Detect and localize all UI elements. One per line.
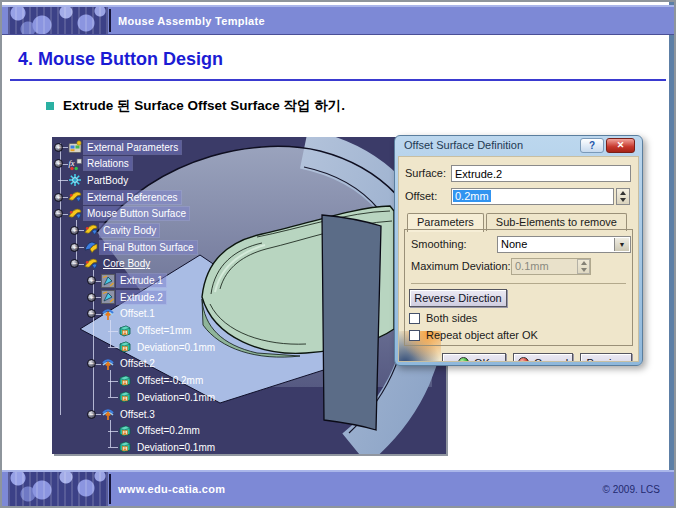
tree-connector bbox=[58, 180, 68, 181]
offset-spinner[interactable] bbox=[616, 188, 630, 205]
chevron-down-icon[interactable]: ▼ bbox=[614, 238, 629, 251]
tree-item-label[interactable]: Extrude.1 bbox=[117, 274, 166, 287]
footer-url[interactable]: www.edu-catia.com bbox=[118, 472, 225, 506]
tree-item[interactable]: −Offset.1 bbox=[52, 306, 282, 323]
tree-item[interactable]: +fxRelations bbox=[52, 156, 282, 173]
tree-item[interactable]: −Offset.3 bbox=[52, 406, 282, 423]
tree-item-label[interactable]: Offset=0.2mm bbox=[134, 424, 203, 437]
both-sides-label: Both sides bbox=[426, 312, 477, 324]
preview-button[interactable]: Preview bbox=[580, 353, 632, 362]
dialog-body: Surface: Offset: 0.2mm Parameters Sub-El… bbox=[398, 156, 639, 362]
max-deviation-spinner bbox=[577, 259, 590, 274]
tree-item-label[interactable]: Offset.3 bbox=[117, 408, 158, 421]
footer-divider bbox=[109, 474, 111, 504]
expand-icon[interactable]: + bbox=[54, 193, 63, 202]
tree-item-label[interactable]: Cavity Body bbox=[100, 224, 159, 237]
geoset-icon bbox=[84, 257, 98, 271]
expand-icon[interactable]: + bbox=[54, 143, 63, 152]
help-button[interactable]: ? bbox=[580, 138, 604, 153]
param-icon bbox=[118, 340, 132, 354]
cancel-icon bbox=[518, 357, 529, 362]
tree-item[interactable]: +External References bbox=[52, 189, 282, 206]
catia-viewport[interactable]: +External Parameters+fxRelationsPartBody… bbox=[52, 137, 446, 454]
tree-item-label[interactable]: External References bbox=[84, 191, 181, 204]
tree-connector bbox=[108, 381, 118, 382]
close-icon[interactable]: ✕ bbox=[606, 138, 635, 153]
tree-item-label[interactable]: Deviation=0.1mm bbox=[134, 341, 218, 354]
ok-icon bbox=[458, 357, 469, 362]
tree-item-label[interactable]: Offset.1 bbox=[117, 307, 158, 320]
offset-surface-dialog: Offset Surface Definition ? ✕ Surface: O… bbox=[394, 135, 643, 366]
tree-item-label[interactable]: Offset=-0.2mm bbox=[134, 374, 206, 387]
tree-item[interactable]: +Final Button Surface bbox=[52, 239, 282, 256]
extrude-icon bbox=[101, 290, 115, 304]
tree-item[interactable]: +External Parameters bbox=[52, 139, 282, 156]
ok-button[interactable]: OK bbox=[442, 353, 506, 362]
tree-item[interactable]: PartBody bbox=[52, 172, 282, 189]
expand-icon[interactable]: + bbox=[87, 293, 96, 302]
cancel-button[interactable]: Cancel bbox=[513, 353, 573, 362]
tree-item-label[interactable]: Offset=1mm bbox=[134, 324, 195, 337]
tree-connector bbox=[108, 447, 118, 448]
geoset-icon bbox=[68, 190, 82, 204]
tree-item[interactable]: +Cavity Body bbox=[52, 222, 282, 239]
geoset-icon bbox=[84, 223, 98, 237]
tree-item[interactable]: −Core Body bbox=[52, 256, 282, 273]
tree-item-label[interactable]: Final Button Surface bbox=[100, 241, 197, 254]
tree-item[interactable]: Deviation=0.1mm bbox=[52, 339, 282, 356]
tree-item[interactable]: −Mouse Button Surface bbox=[52, 206, 282, 223]
tree-item-label[interactable]: Relations bbox=[84, 157, 132, 170]
svg-text:fx: fx bbox=[69, 158, 75, 168]
tree-item[interactable]: Deviation=0.1mm bbox=[52, 389, 282, 406]
support-plane[interactable] bbox=[322, 215, 381, 430]
tree-item[interactable]: −Offset.2 bbox=[52, 356, 282, 373]
tree-item-label[interactable]: Offset.2 bbox=[117, 357, 158, 370]
bullet-text: Extrude 된 Surface Offset Surface 작업 하기. bbox=[63, 97, 345, 115]
page-title: 4. Mouse Button Design bbox=[18, 49, 223, 70]
reverse-direction-button[interactable]: Reverse Direction bbox=[409, 289, 507, 307]
collapse-icon[interactable]: − bbox=[54, 209, 63, 218]
tree-item-label[interactable]: External Parameters bbox=[84, 141, 181, 154]
expand-icon[interactable]: + bbox=[70, 243, 79, 252]
collapse-icon[interactable]: − bbox=[87, 359, 96, 368]
spin-down-icon bbox=[578, 267, 589, 274]
smoothing-label: Smoothing: bbox=[411, 238, 467, 250]
tree-item[interactable]: Offset=-0.2mm bbox=[52, 373, 282, 390]
spec-tree: +External Parameters+fxRelationsPartBody… bbox=[52, 139, 282, 454]
tree-item[interactable]: Offset=0.2mm bbox=[52, 423, 282, 440]
repeat-object-label: Repeat object after OK bbox=[426, 329, 538, 341]
offset-input[interactable]: 0.2mm bbox=[451, 188, 614, 205]
tree-item-label[interactable]: Core Body bbox=[100, 257, 153, 270]
tree-item-label[interactable]: Deviation=0.1mm bbox=[134, 391, 218, 404]
tree-item[interactable]: Deviation=0.1mm bbox=[52, 439, 282, 454]
tree-item-label[interactable]: PartBody bbox=[84, 174, 131, 187]
tree-item[interactable]: +Extrude.1 bbox=[52, 273, 282, 290]
title-rule bbox=[10, 79, 666, 81]
surface-label: Surface: bbox=[405, 167, 446, 179]
collapse-icon[interactable]: − bbox=[87, 410, 96, 419]
expand-icon[interactable]: + bbox=[87, 276, 96, 285]
header-band: Mouse Assembly Template bbox=[2, 5, 674, 35]
tree-item-label[interactable]: Mouse Button Surface bbox=[84, 207, 189, 220]
spin-up-icon[interactable] bbox=[617, 189, 629, 197]
offset-icon bbox=[101, 357, 115, 371]
collapse-icon[interactable]: − bbox=[70, 259, 79, 268]
smoothing-select[interactable]: None ▼ bbox=[497, 236, 631, 253]
surface-input[interactable] bbox=[451, 165, 631, 182]
spin-down-icon[interactable] bbox=[617, 197, 629, 205]
slide-right-edge bbox=[669, 2, 674, 506]
tree-item[interactable]: Offset=1mm bbox=[52, 323, 282, 340]
tree-item[interactable]: +Extrude.2 bbox=[52, 289, 282, 306]
collapse-icon[interactable]: − bbox=[87, 309, 96, 318]
expand-icon[interactable]: + bbox=[54, 159, 63, 168]
repeat-object-row: Repeat object after OK bbox=[409, 329, 538, 341]
preview-label: Preview bbox=[586, 355, 625, 363]
offset-value-selected: 0.2mm bbox=[453, 190, 491, 202]
dialog-title: Offset Surface Definition bbox=[404, 139, 523, 151]
repeat-object-checkbox[interactable] bbox=[409, 330, 420, 341]
offset-label: Offset: bbox=[405, 190, 437, 202]
both-sides-checkbox[interactable] bbox=[409, 313, 420, 324]
tree-item-label[interactable]: Extrude.2 bbox=[117, 291, 166, 304]
expand-icon[interactable]: + bbox=[70, 226, 79, 235]
tree-item-label[interactable]: Deviation=0.1mm bbox=[134, 441, 218, 454]
